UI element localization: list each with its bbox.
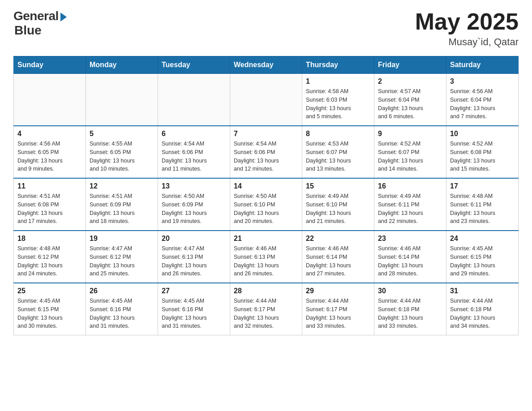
main-title: May 2025: [415, 9, 519, 34]
subtitle: Musay`id, Qatar: [415, 36, 519, 48]
day-number: 30: [378, 287, 442, 295]
day-info: Sunrise: 4:52 AMSunset: 6:08 PMDaylight:…: [450, 140, 515, 173]
table-row: 6Sunrise: 4:54 AMSunset: 6:06 PMDaylight…: [158, 126, 230, 178]
day-info: Sunrise: 4:48 AMSunset: 6:11 PMDaylight:…: [450, 192, 515, 226]
day-number: 21: [234, 235, 298, 243]
day-number: 18: [17, 235, 82, 243]
day-info: Sunrise: 4:53 AMSunset: 6:07 PMDaylight:…: [306, 140, 370, 173]
day-number: 29: [306, 287, 370, 295]
day-number: 16: [378, 182, 442, 190]
day-info: Sunrise: 4:45 AMSunset: 6:15 PMDaylight:…: [17, 297, 82, 330]
table-row: 22Sunrise: 4:46 AMSunset: 6:14 PMDayligh…: [302, 231, 374, 283]
day-info: Sunrise: 4:52 AMSunset: 6:07 PMDaylight:…: [378, 140, 442, 173]
day-info: Sunrise: 4:56 AMSunset: 6:04 PMDaylight:…: [450, 87, 515, 121]
table-row: 13Sunrise: 4:50 AMSunset: 6:09 PMDayligh…: [158, 178, 230, 231]
day-info: Sunrise: 4:58 AMSunset: 6:03 PMDaylight:…: [306, 87, 370, 121]
table-row: [86, 74, 158, 126]
table-row: 15Sunrise: 4:49 AMSunset: 6:10 PMDayligh…: [302, 178, 374, 231]
day-info: Sunrise: 4:46 AMSunset: 6:14 PMDaylight:…: [378, 244, 442, 278]
day-number: 20: [162, 235, 226, 243]
logo: General Blue: [13, 9, 67, 38]
table-row: 26Sunrise: 4:45 AMSunset: 6:16 PMDayligh…: [86, 283, 158, 335]
day-number: 22: [306, 235, 370, 243]
col-sunday: Sunday: [14, 56, 86, 74]
day-info: Sunrise: 4:48 AMSunset: 6:12 PMDaylight:…: [17, 244, 82, 278]
col-wednesday: Wednesday: [230, 56, 302, 74]
page-header: General Blue May 2025 Musay`id, Qatar: [13, 9, 519, 48]
col-saturday: Saturday: [446, 56, 519, 74]
day-info: Sunrise: 4:46 AMSunset: 6:14 PMDaylight:…: [306, 244, 370, 278]
table-row: 5Sunrise: 4:55 AMSunset: 6:05 PMDaylight…: [86, 126, 158, 178]
day-number: 5: [90, 130, 154, 138]
day-info: Sunrise: 4:57 AMSunset: 6:04 PMDaylight:…: [378, 87, 442, 121]
col-friday: Friday: [374, 56, 446, 74]
day-info: Sunrise: 4:46 AMSunset: 6:13 PMDaylight:…: [234, 244, 298, 278]
table-row: 11Sunrise: 4:51 AMSunset: 6:08 PMDayligh…: [14, 178, 86, 231]
logo-general-text: General: [13, 9, 59, 23]
day-info: Sunrise: 4:44 AMSunset: 6:17 PMDaylight:…: [306, 297, 370, 330]
day-info: Sunrise: 4:50 AMSunset: 6:10 PMDaylight:…: [234, 192, 298, 226]
table-row: [14, 74, 86, 126]
table-row: 28Sunrise: 4:44 AMSunset: 6:17 PMDayligh…: [230, 283, 302, 335]
table-row: [230, 74, 302, 126]
logo-arrow-icon: [60, 13, 67, 21]
table-row: 19Sunrise: 4:47 AMSunset: 6:12 PMDayligh…: [86, 231, 158, 283]
day-number: 15: [306, 182, 370, 190]
day-info: Sunrise: 4:56 AMSunset: 6:05 PMDaylight:…: [17, 140, 82, 173]
day-info: Sunrise: 4:45 AMSunset: 6:16 PMDaylight:…: [162, 297, 226, 330]
day-number: 4: [17, 130, 82, 138]
table-row: 29Sunrise: 4:44 AMSunset: 6:17 PMDayligh…: [302, 283, 374, 335]
day-number: 11: [17, 182, 82, 190]
table-row: 30Sunrise: 4:44 AMSunset: 6:18 PMDayligh…: [374, 283, 446, 335]
title-section: May 2025 Musay`id, Qatar: [415, 9, 519, 48]
table-row: 9Sunrise: 4:52 AMSunset: 6:07 PMDaylight…: [374, 126, 446, 178]
day-number: 28: [234, 287, 298, 295]
day-info: Sunrise: 4:49 AMSunset: 6:10 PMDaylight:…: [306, 192, 370, 226]
day-number: 9: [378, 130, 442, 138]
day-number: 17: [450, 182, 515, 190]
calendar-row: 18Sunrise: 4:48 AMSunset: 6:12 PMDayligh…: [14, 231, 519, 283]
day-info: Sunrise: 4:44 AMSunset: 6:17 PMDaylight:…: [234, 297, 298, 330]
day-number: 26: [90, 287, 154, 295]
calendar-row: 11Sunrise: 4:51 AMSunset: 6:08 PMDayligh…: [14, 178, 519, 231]
day-number: 3: [450, 77, 515, 86]
day-info: Sunrise: 4:45 AMSunset: 6:16 PMDaylight:…: [90, 297, 154, 330]
table-row: 10Sunrise: 4:52 AMSunset: 6:08 PMDayligh…: [446, 126, 519, 178]
table-row: 18Sunrise: 4:48 AMSunset: 6:12 PMDayligh…: [14, 231, 86, 283]
table-row: 23Sunrise: 4:46 AMSunset: 6:14 PMDayligh…: [374, 231, 446, 283]
table-row: 25Sunrise: 4:45 AMSunset: 6:15 PMDayligh…: [14, 283, 86, 335]
logo-blue-label: Blue: [14, 23, 42, 38]
day-number: 8: [306, 130, 370, 138]
day-number: 19: [90, 235, 154, 243]
day-info: Sunrise: 4:44 AMSunset: 6:18 PMDaylight:…: [378, 297, 442, 330]
day-info: Sunrise: 4:55 AMSunset: 6:05 PMDaylight:…: [90, 140, 154, 173]
col-monday: Monday: [86, 56, 158, 74]
day-info: Sunrise: 4:44 AMSunset: 6:18 PMDaylight:…: [450, 297, 515, 330]
table-row: 27Sunrise: 4:45 AMSunset: 6:16 PMDayligh…: [158, 283, 230, 335]
day-info: Sunrise: 4:50 AMSunset: 6:09 PMDaylight:…: [162, 192, 226, 226]
col-tuesday: Tuesday: [158, 56, 230, 74]
day-info: Sunrise: 4:51 AMSunset: 6:08 PMDaylight:…: [17, 192, 82, 226]
table-row: 1Sunrise: 4:58 AMSunset: 6:03 PMDaylight…: [302, 74, 374, 126]
day-info: Sunrise: 4:45 AMSunset: 6:15 PMDaylight:…: [450, 244, 515, 278]
table-row: 12Sunrise: 4:51 AMSunset: 6:09 PMDayligh…: [86, 178, 158, 231]
calendar-row: 4Sunrise: 4:56 AMSunset: 6:05 PMDaylight…: [14, 126, 519, 178]
day-number: 12: [90, 182, 154, 190]
calendar-table: Sunday Monday Tuesday Wednesday Thursday…: [13, 56, 519, 335]
day-number: 7: [234, 130, 298, 138]
day-number: 27: [162, 287, 226, 295]
day-info: Sunrise: 4:51 AMSunset: 6:09 PMDaylight:…: [90, 192, 154, 226]
day-number: 2: [378, 77, 442, 86]
table-row: 21Sunrise: 4:46 AMSunset: 6:13 PMDayligh…: [230, 231, 302, 283]
table-row: 8Sunrise: 4:53 AMSunset: 6:07 PMDaylight…: [302, 126, 374, 178]
day-number: 31: [450, 287, 515, 295]
calendar-row: 1Sunrise: 4:58 AMSunset: 6:03 PMDaylight…: [14, 74, 519, 126]
day-number: 13: [162, 182, 226, 190]
day-info: Sunrise: 4:54 AMSunset: 6:06 PMDaylight:…: [234, 140, 298, 173]
day-number: 1: [306, 77, 370, 86]
table-row: 24Sunrise: 4:45 AMSunset: 6:15 PMDayligh…: [446, 231, 519, 283]
day-number: 10: [450, 130, 515, 138]
table-row: 7Sunrise: 4:54 AMSunset: 6:06 PMDaylight…: [230, 126, 302, 178]
day-info: Sunrise: 4:54 AMSunset: 6:06 PMDaylight:…: [162, 140, 226, 173]
day-info: Sunrise: 4:47 AMSunset: 6:13 PMDaylight:…: [162, 244, 226, 278]
